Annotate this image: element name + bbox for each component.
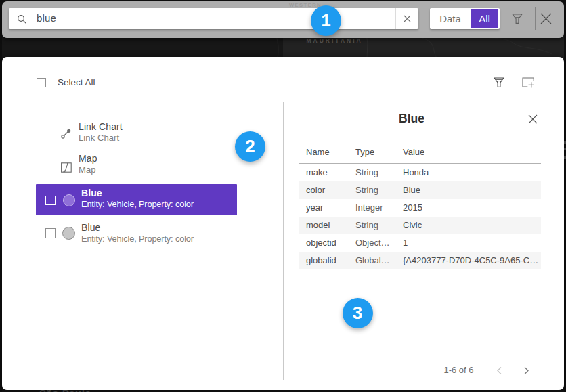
- cell-type: Global…: [355, 255, 390, 265]
- clear-icon: [404, 15, 411, 22]
- result-title: Link Chart: [79, 121, 123, 132]
- cell-name: year: [306, 202, 323, 213]
- result-checkbox[interactable]: [45, 196, 56, 206]
- result-checkbox[interactable]: [45, 228, 56, 238]
- mode-option-all[interactable]: All: [471, 9, 498, 28]
- result-subtitle: Map: [79, 165, 96, 175]
- cell-name: color: [306, 185, 325, 195]
- cell-value: Blue: [403, 185, 420, 195]
- callout-2: 2: [235, 131, 265, 162]
- cell-type: Integer: [355, 202, 383, 213]
- cell-value: 1: [403, 238, 408, 248]
- map-icon: [61, 162, 72, 173]
- result-subtitle: Entity: Vehicle, Property: color: [81, 234, 194, 244]
- cell-name: model: [306, 220, 330, 230]
- cell-name: make: [306, 167, 328, 177]
- column-header-name: Name: [306, 147, 330, 157]
- table-row: globalid Global… {A4203777-D70D-4C5C-9A6…: [299, 252, 541, 269]
- result-title: Blue: [81, 188, 102, 198]
- search-mode-toggle: Data All: [430, 8, 500, 29]
- filter-icon[interactable]: [512, 14, 523, 24]
- entity-dot-icon: [63, 194, 76, 207]
- select-all-checkbox[interactable]: [37, 78, 46, 87]
- result-subtitle: Link Chart: [79, 133, 119, 144]
- map-label-mauritania: MAURITANIA: [307, 37, 363, 44]
- detail-title: Blue: [307, 112, 517, 125]
- result-title: Blue: [81, 222, 100, 233]
- column-header-type: Type: [355, 147, 374, 157]
- table-row: objectid Object… 1: [299, 234, 541, 252]
- panel-divider-vertical: [283, 102, 284, 380]
- link-chart-icon: [60, 128, 72, 139]
- toolbar-divider: [535, 7, 536, 30]
- result-row-blue-selected[interactable]: Blue Entity: Vehicle, Property: color: [36, 184, 237, 216]
- cell-type: Object…: [355, 238, 390, 248]
- clear-search-button[interactable]: [396, 8, 418, 29]
- entity-dot-icon: [62, 227, 75, 240]
- pagination-next-icon[interactable]: [523, 366, 529, 375]
- column-header-value: Value: [403, 147, 424, 157]
- search-results-panel: Select All Link Chart Link Chart: [2, 57, 564, 390]
- callout-1: 1: [311, 5, 341, 36]
- table-row: year Integer 2015: [299, 199, 541, 217]
- pagination-prev-icon[interactable]: [496, 366, 502, 375]
- search-input[interactable]: blue: [9, 8, 418, 29]
- pagination-label: 1-6 of 6: [427, 365, 491, 375]
- mode-option-data[interactable]: Data: [430, 8, 471, 29]
- cell-type: String: [355, 185, 378, 195]
- result-title: Map: [79, 153, 97, 164]
- detail-close-icon[interactable]: [528, 114, 538, 124]
- cell-name: globalid: [306, 255, 336, 265]
- table-row: make String Honda: [299, 164, 541, 181]
- cell-value: {A4203777-D70D-4C5C-9A65-C…: [403, 255, 538, 265]
- search-icon: [17, 14, 27, 24]
- cell-name: objectid: [306, 238, 336, 248]
- cell-value: Civic: [403, 220, 422, 230]
- table-row: model String Civic: [299, 217, 541, 234]
- search-query-text: blue: [37, 8, 56, 28]
- cell-value: Honda: [403, 167, 429, 177]
- callout-3: 3: [343, 298, 373, 328]
- cell-type: String: [355, 167, 378, 177]
- result-subtitle: Entity: Vehicle, Property: color: [81, 199, 194, 210]
- cell-type: String: [355, 220, 378, 230]
- select-all-label: Select All: [58, 78, 95, 87]
- toolbar-close-icon[interactable]: [540, 13, 552, 24]
- cell-value: 2015: [403, 202, 422, 213]
- table-row: color String Blue: [299, 181, 541, 199]
- search-toolbar: WESTERN blue Data All: [2, 1, 564, 38]
- add-selection-icon[interactable]: [522, 77, 536, 89]
- filter-icon[interactable]: [494, 77, 504, 88]
- map-label-western: WESTERN: [289, 2, 322, 8]
- result-row-blue[interactable]: Blue Entity: Vehicle, Property: color: [2, 217, 281, 248]
